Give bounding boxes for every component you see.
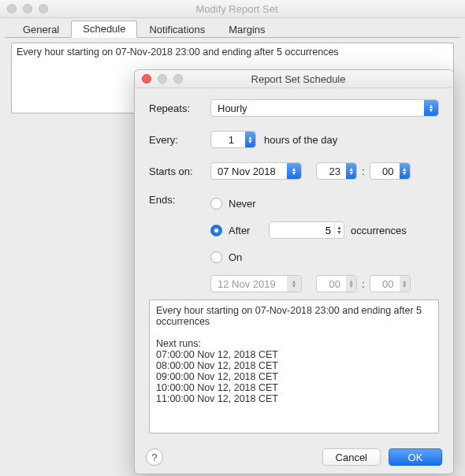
tab-margins[interactable]: Margins xyxy=(217,21,277,38)
every-row: Every: 1 ▲▼ hours of the day xyxy=(149,131,439,148)
parent-traffic-lights xyxy=(7,4,48,13)
close-icon[interactable] xyxy=(7,4,17,13)
radio-icon xyxy=(210,198,222,210)
ends-on-label: On xyxy=(229,251,242,263)
schedule-preview-text: Every hour starting on 07-Nov-2018 23:00… xyxy=(156,305,422,404)
minimize-icon xyxy=(158,74,167,84)
ends-never-label: Never xyxy=(229,198,256,210)
tabs-row: General Schedule Notifications Margins xyxy=(0,18,465,37)
radio-icon xyxy=(210,225,222,236)
repeats-select[interactable]: Hourly ▲▼ xyxy=(210,99,439,117)
parent-titlebar: Modify Report Set xyxy=(0,0,465,18)
ends-on-radio[interactable]: On xyxy=(210,251,242,263)
ends-after-count-field[interactable] xyxy=(270,225,334,236)
dialog-title: Report Set Schedule xyxy=(183,73,414,85)
every-value: 1 xyxy=(218,134,245,146)
repeats-row: Repeats: Hourly ▲▼ xyxy=(149,99,439,117)
updown-icon: ▲▼ xyxy=(400,276,410,292)
ends-on-min-value: 00 xyxy=(377,278,400,290)
ends-after-count-input[interactable]: ▲▼ xyxy=(269,221,344,239)
stepper-icon[interactable]: ▲▼ xyxy=(334,222,344,238)
parent-window-title: Modify Report Set xyxy=(48,3,426,15)
start-hour-select[interactable]: 23 ▲▼ xyxy=(316,162,357,180)
dialog-footer: ? Cancel OK xyxy=(146,448,442,466)
help-button[interactable]: ? xyxy=(146,448,163,466)
updown-icon: ▲▼ xyxy=(424,100,438,116)
modify-report-set-window: Modify Report Set General Schedule Notif… xyxy=(0,0,465,476)
start-date-value: 07 Nov 2018 xyxy=(218,165,276,177)
every-select[interactable]: 1 ▲▼ xyxy=(210,131,256,148)
cancel-label: Cancel xyxy=(336,452,367,463)
dialog-titlebar: Report Set Schedule xyxy=(135,70,453,88)
every-suffix: hours of the day xyxy=(264,134,337,146)
ends-never-radio[interactable]: Never xyxy=(210,198,256,210)
schedule-preview-box: Every hour starting on 07-Nov-2018 23:00… xyxy=(149,299,439,433)
start-min-value: 00 xyxy=(377,165,400,177)
report-set-schedule-dialog: Report Set Schedule Repeats: Hourly ▲▼ E… xyxy=(134,69,454,474)
radio-icon xyxy=(210,251,222,263)
ok-label: OK xyxy=(408,452,423,463)
tab-notifications[interactable]: Notifications xyxy=(137,21,217,38)
zoom-icon[interactable] xyxy=(39,4,48,13)
every-label: Every: xyxy=(149,134,210,146)
tab-schedule[interactable]: Schedule xyxy=(71,20,137,38)
updown-icon: ▲▼ xyxy=(287,163,301,179)
minimize-icon[interactable] xyxy=(23,4,32,13)
repeats-label: Repeats: xyxy=(149,102,210,114)
updown-icon: ▲▼ xyxy=(346,163,356,179)
repeats-value: Hourly xyxy=(218,102,247,114)
ends-on-option[interactable]: On xyxy=(210,247,439,266)
help-icon: ? xyxy=(151,452,157,463)
start-hour-value: 23 xyxy=(323,165,346,177)
ends-after-label: After xyxy=(229,225,250,236)
ends-on-hour-value: 00 xyxy=(323,278,346,290)
start-date-select[interactable]: 07 Nov 2018 ▲▼ xyxy=(210,162,302,180)
ends-never-option[interactable]: Never xyxy=(210,194,439,213)
dialog-body: Repeats: Hourly ▲▼ Every: 1 ▲▼ hours of … xyxy=(135,88,453,441)
updown-icon: ▲▼ xyxy=(400,163,410,179)
ok-button[interactable]: OK xyxy=(389,448,442,466)
updown-icon: ▲▼ xyxy=(346,276,356,292)
updown-icon: ▲▼ xyxy=(245,132,255,147)
ends-label: Ends: xyxy=(149,194,210,296)
cancel-button[interactable]: Cancel xyxy=(322,448,381,466)
ends-on-date-select[interactable]: 12 Nov 2019 ▲▼ xyxy=(210,275,302,292)
ends-after-option[interactable]: After ▲▼ occurrences xyxy=(210,221,439,240)
ends-after-suffix: occurrences xyxy=(351,225,407,236)
time-colon: : xyxy=(357,165,370,177)
ends-row: Ends: Never After xyxy=(149,194,439,296)
zoom-icon xyxy=(173,74,183,84)
ends-after-radio[interactable]: After xyxy=(210,225,269,236)
starts-on-row: Starts on: 07 Nov 2018 ▲▼ 23 ▲▼ : 00 ▲▼ xyxy=(149,162,439,180)
ends-on-date-row: 12 Nov 2019 ▲▼ 00 ▲▼ : 00 ▲▼ xyxy=(210,274,439,293)
ends-on-min-select[interactable]: 00 ▲▼ xyxy=(370,275,411,292)
schedule-summary-text: Every hour starting on 07-Nov-2018 23:00… xyxy=(17,46,339,58)
ends-on-date-value: 12 Nov 2019 xyxy=(218,278,276,290)
starts-on-label: Starts on: xyxy=(149,165,210,177)
close-icon[interactable] xyxy=(142,74,151,84)
dialog-traffic-lights xyxy=(142,74,183,84)
ends-on-hour-select[interactable]: 00 ▲▼ xyxy=(316,275,357,292)
updown-icon: ▲▼ xyxy=(287,276,301,292)
tab-general[interactable]: General xyxy=(11,21,71,38)
time-colon: : xyxy=(357,278,370,290)
start-min-select[interactable]: 00 ▲▼ xyxy=(370,162,411,180)
ends-options: Never After ▲▼ occurrences xyxy=(210,194,439,296)
